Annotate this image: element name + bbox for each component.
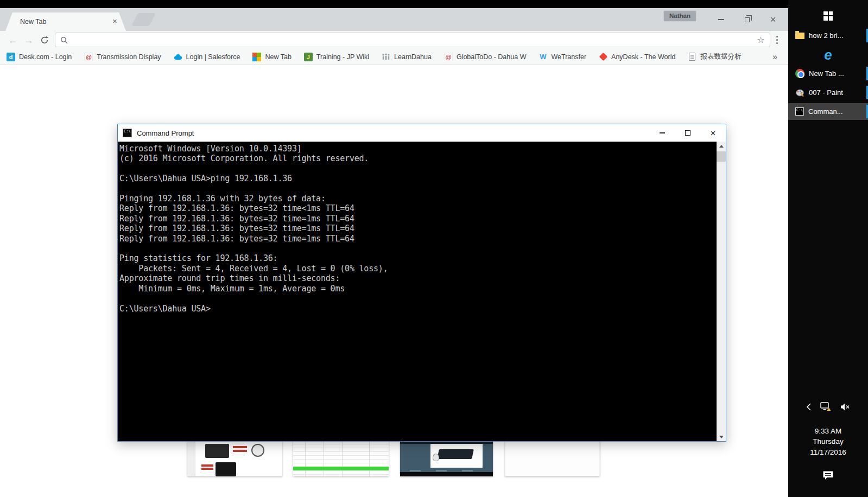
- terminal-output: Microsoft Windows [Version 10.0.14393] (…: [119, 144, 388, 314]
- bookmark-globaltodo[interactable]: GlobalToDo - Dahua W: [444, 53, 527, 61]
- wetransfer-icon: [538, 53, 547, 61]
- search-icon: [60, 36, 68, 44]
- scrollbar-thumb[interactable]: [717, 151, 726, 162]
- bookmark-label: LearnDahua: [394, 53, 432, 61]
- network-warning-icon[interactable]: [820, 402, 832, 411]
- command-prompt-icon: [795, 107, 804, 116]
- document-icon: [689, 53, 695, 61]
- chrome-icon: [795, 69, 804, 78]
- browser-toolbar: ← → ☆: [0, 31, 788, 49]
- bookmark-star-icon[interactable]: ☆: [757, 35, 764, 45]
- cmd-close-button[interactable]: ×: [700, 124, 726, 142]
- folder-icon: [795, 33, 804, 39]
- command-prompt-icon: [123, 129, 132, 137]
- taskbar: how 2 bri... New Tab ... 007 - Paint: [788, 0, 868, 497]
- bookmark-new-tab[interactable]: New Tab: [252, 53, 291, 61]
- minimize-button[interactable]: [708, 11, 734, 28]
- forward-arrow-icon: →: [24, 35, 34, 45]
- command-prompt-window-controls: ×: [649, 124, 726, 142]
- dahua-icon: [84, 53, 93, 61]
- bookmark-label: Transmission Display: [97, 53, 161, 61]
- bookmark-desk[interactable]: Desk.com - Login: [7, 53, 72, 61]
- terminal-body[interactable]: Microsoft Windows [Version 10.0.14393] (…: [118, 142, 726, 441]
- close-button[interactable]: ×: [760, 11, 786, 28]
- wiki-icon: [304, 53, 313, 61]
- taskbar-item-label: Comman...: [808, 107, 843, 116]
- clock-time: 9:33 AM: [788, 426, 868, 437]
- tab-new-tab[interactable]: New Tab ×: [5, 12, 126, 31]
- bookmark-label: WeTransfer: [551, 53, 586, 61]
- most-visited-thumbnail-1[interactable]: [187, 441, 282, 476]
- scroll-down-button[interactable]: [717, 432, 726, 441]
- salesforce-cloud-icon: [174, 53, 182, 61]
- bookmark-transmission-display[interactable]: Transmission Display: [84, 53, 161, 61]
- paint-icon: [795, 88, 804, 97]
- windows-logo-icon: [823, 11, 833, 21]
- minimize-icon: [660, 132, 665, 133]
- bookmark-wetransfer[interactable]: WeTransfer: [538, 53, 586, 61]
- scroll-up-button[interactable]: [717, 142, 726, 150]
- bookmark-label: New Tab: [265, 53, 291, 61]
- taskbar-item-paint[interactable]: 007 - Paint: [788, 84, 868, 101]
- clock-day: Thursday: [788, 436, 868, 447]
- bookmark-training-jp-wiki[interactable]: Training - JP Wiki: [304, 53, 369, 61]
- bookmarks-bar: Desk.com - Login Transmission Display Lo…: [0, 49, 788, 65]
- bookmark-learndahua[interactable]: LearnDahua: [382, 53, 432, 61]
- action-center-button[interactable]: [822, 470, 834, 483]
- browser-window-controls: ×: [708, 11, 786, 28]
- tab-strip: New Tab × Nathan ×: [0, 8, 788, 31]
- show-hidden-icons-chevron[interactable]: [806, 403, 812, 411]
- bookmark-label: AnyDesk - The World: [611, 53, 675, 61]
- command-prompt-title: Command Prompt: [137, 129, 194, 137]
- tab-title: New Tab: [20, 18, 46, 26]
- taskbar-item-label: 007 - Paint: [809, 88, 843, 97]
- bookmark-anydesk[interactable]: AnyDesk - The World: [599, 53, 675, 61]
- anydesk-icon: [599, 53, 607, 61]
- minimize-icon: [718, 19, 724, 20]
- command-prompt-titlebar[interactable]: Command Prompt ×: [118, 124, 726, 142]
- restore-button[interactable]: [734, 11, 760, 28]
- taskbar-item-label: New Tab ...: [809, 69, 844, 78]
- taskbar-item-label: how 2 bri...: [809, 31, 844, 40]
- taskbar-item-chrome[interactable]: New Tab ...: [788, 65, 868, 82]
- desktop: New Tab × Nathan × ← →: [0, 0, 868, 497]
- most-visited-thumbnail-3[interactable]: [400, 441, 493, 476]
- browser-menu-button[interactable]: [775, 36, 784, 44]
- taskbar-item-internet-explorer[interactable]: [788, 46, 868, 63]
- start-button[interactable]: [788, 4, 868, 27]
- command-prompt-window: Command Prompt × Microsoft Windows [Vers…: [117, 124, 726, 442]
- profile-badge[interactable]: Nathan: [663, 10, 696, 22]
- reload-button[interactable]: [36, 33, 52, 48]
- restore-icon: [745, 17, 750, 22]
- terminal-scrollbar[interactable]: [717, 142, 726, 441]
- close-icon: ×: [711, 129, 716, 138]
- cmd-minimize-button[interactable]: [649, 124, 675, 142]
- address-bar[interactable]: ☆: [55, 33, 770, 47]
- taskbar-item-command-prompt[interactable]: Comman...: [788, 103, 868, 120]
- taskbar-item-how2bri[interactable]: how 2 bri...: [788, 27, 868, 44]
- bookmark-label: Training - JP Wiki: [316, 53, 369, 61]
- dahua-icon: [444, 53, 453, 61]
- most-visited-thumbnail-2[interactable]: [293, 441, 389, 476]
- close-icon: ×: [770, 15, 776, 24]
- most-visited-thumbnail-4[interactable]: [505, 441, 600, 476]
- cmd-maximize-button[interactable]: [675, 124, 700, 142]
- back-arrow-icon: ←: [8, 35, 18, 45]
- clock-date: 11/17/2016: [788, 447, 868, 458]
- bookmark-label: Login | Salesforce: [186, 53, 240, 61]
- new-tab-button[interactable]: [131, 13, 156, 26]
- volume-muted-icon[interactable]: [840, 403, 850, 411]
- bookmark-salesforce[interactable]: Login | Salesforce: [174, 53, 240, 61]
- bookmarks-overflow-chevron[interactable]: »: [772, 52, 782, 62]
- tab-close-icon[interactable]: ×: [110, 17, 119, 26]
- microsoft-icon: [252, 53, 261, 61]
- back-button[interactable]: ←: [5, 33, 21, 48]
- scroll-down-icon: [719, 436, 724, 438]
- forward-button[interactable]: →: [21, 33, 36, 48]
- bookmark-label: GlobalToDo - Dahua W: [457, 53, 527, 61]
- reload-icon: [40, 36, 49, 44]
- bookmark-report-analysis[interactable]: 报表数据分析: [688, 52, 741, 61]
- bookmark-label: Desk.com - Login: [19, 53, 72, 61]
- people-icon: [382, 53, 390, 61]
- taskbar-clock[interactable]: 9:33 AM Thursday 11/17/2016: [788, 426, 868, 458]
